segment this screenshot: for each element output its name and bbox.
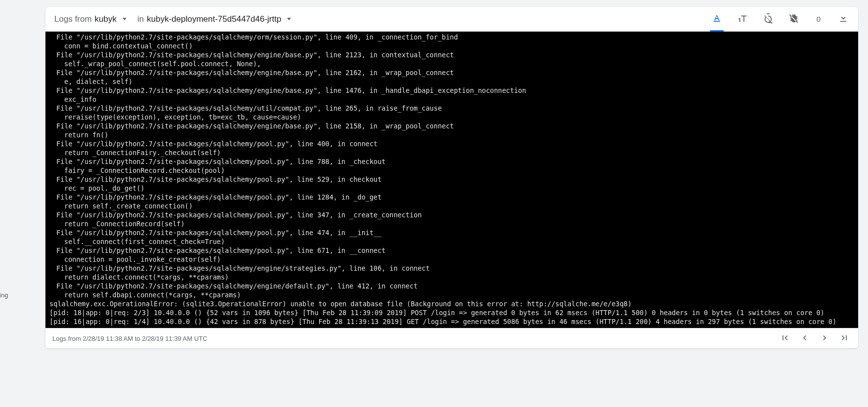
logs-panel: Logs from kubyk in kubyk-deployment-75d5… [45,7,858,348]
log-line: File "/usr/lib/python2.7/site-packages/s… [49,122,854,130]
log-line: File "/usr/lib/python2.7/site-packages/s… [49,282,854,290]
log-line: return dialect.connect(*cargs, **cparams… [49,273,854,282]
log-line: sqlalchemy.exc.OperationalError: (sqlite… [49,299,854,308]
log-line: File "/usr/lib/python2.7/site-packages/s… [49,246,854,255]
log-line: [pid: 16|app: 0|req: 1/4] 10.40.0.0 () {… [49,317,854,326]
disable-timer-button[interactable] [757,8,779,30]
log-line: self.__connect(first_connect_check=True) [49,237,854,246]
time-range-summary: Logs from 2/28/19 11:38 AM to 2/28/19 11… [52,335,207,342]
download-icon [838,13,849,26]
log-line: File "/usr/lib/python2.7/site-packages/s… [49,228,854,237]
log-line: File "/usr/lib/python2.7/site-packages/s… [49,50,854,59]
caret-down-icon [287,18,291,20]
text-format-icon [711,13,722,26]
log-line: File "/usr/lib/python2.7/site-packages/s… [49,86,854,95]
log-line: File "/usr/lib/python2.7/site-packages/s… [49,193,854,202]
scope-label: in [137,14,144,24]
log-line: File "/usr/lib/python2.7/site-packages/s… [49,33,854,41]
log-line: e, dialect, self) [49,77,854,86]
log-terminal[interactable]: File "/usr/lib/python2.7/site-packages/s… [45,32,858,328]
download-button[interactable] [832,8,854,30]
log-line: File "/usr/lib/python2.7/site-packages/s… [49,139,854,148]
sidebar-item-clipped-1[interactable]: ers [0,258,28,271]
last-page-button[interactable] [834,329,854,347]
log-line: File "/usr/lib/python2.7/site-packages/s… [49,157,854,166]
log-line: reraise(type(exception), exception, tb=e… [49,113,854,122]
log-line: self._wrap_pool_connect(self.pool.connec… [49,59,854,68]
disable-bug-button[interactable] [783,8,805,30]
source-value: kubyk [95,14,117,24]
timer-off-icon [763,13,774,26]
log-line: return self._create_connection() [49,202,854,210]
source-label: Logs from [54,14,92,24]
text-size-button[interactable] [732,8,753,30]
logs-footer: Logs from 2/28/19 11:38 AM to 2/28/19 11… [45,328,858,348]
log-line: File "/usr/lib/python2.7/site-packages/s… [49,264,854,273]
log-line: return _ConnectionRecord(self) [49,219,854,228]
log-line: connection = pool._invoke_creator(self) [49,255,854,264]
error-count: 0 [809,15,828,23]
log-line: [pid: 18|app: 0|req: 2/3] 10.40.0.0 () {… [49,308,854,317]
sidebar: ers alancing [0,0,28,407]
scope-selector[interactable]: in kubyk-deployment-75d5447d46-jrttp [135,11,293,27]
first-page-button[interactable] [775,329,795,347]
chevron-left-icon [800,333,810,344]
logs-toolbar: Logs from kubyk in kubyk-deployment-75d5… [45,7,858,32]
match-case-button[interactable] [706,8,728,30]
log-line: return _ConnectionFairy._checkout(self) [49,148,854,157]
log-line: return fn() [49,130,854,139]
first-page-icon [780,333,790,344]
log-line: fairy = _ConnectionRecord.checkout(pool) [49,166,854,175]
log-line: File "/usr/lib/python2.7/site-packages/s… [49,68,854,77]
log-line: conn = bind.contextual_connect() [49,41,854,50]
scope-value: kubyk-deployment-75d5447d46-jrttp [147,14,281,24]
log-line: File "/usr/lib/python2.7/site-packages/s… [49,210,854,219]
log-line: rec = pool._do_get() [49,184,854,193]
log-line: exc_info [49,95,854,104]
last-page-icon [839,333,849,344]
prev-page-button[interactable] [795,329,815,347]
log-line: File "/usr/lib/python2.7/site-packages/s… [49,175,854,184]
caret-down-icon [123,18,126,20]
chevron-right-icon [820,333,829,344]
source-selector[interactable]: Logs from kubyk [52,11,128,27]
sidebar-item-clipped-2[interactable]: alancing [0,288,28,302]
bug-off-icon [788,13,799,26]
log-line: File "/usr/lib/python2.7/site-packages/s… [49,104,854,113]
next-page-button[interactable] [815,329,834,347]
log-line: return self.dbapi.connect(*cargs, **cpar… [49,290,854,299]
text-size-icon [737,13,748,26]
